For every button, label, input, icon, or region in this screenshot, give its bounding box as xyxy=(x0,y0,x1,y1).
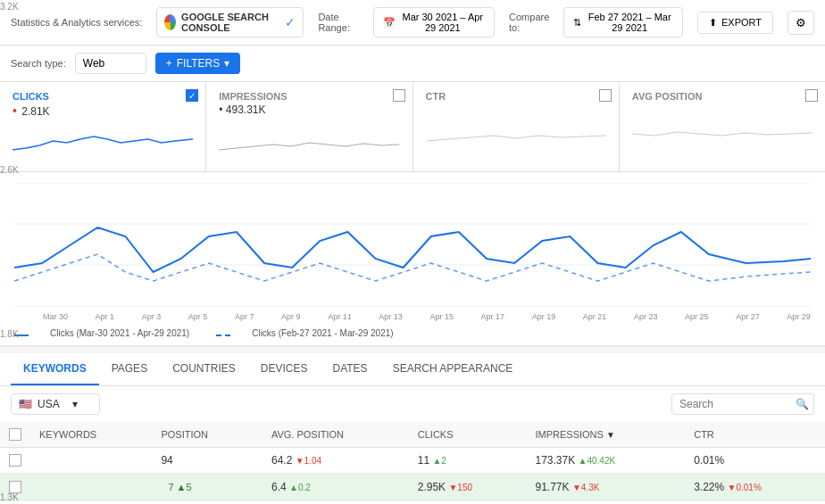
row-avg-position-cell: 6.4 ▲0.2 xyxy=(262,474,409,501)
avg-position-title: AVG POSITION xyxy=(632,91,812,102)
keywords-table: KEYWORDS POSITION AVG. POSITION CLICKS I… xyxy=(0,422,825,504)
table-body: 94 64.2 ▼1.04 11 ▲2 173.37K ▲40.42K 0.01… xyxy=(0,448,825,505)
y-label-2: 1.8K xyxy=(0,329,29,339)
row-ctr-cell: 3.22% ▼0.01% xyxy=(685,474,825,501)
compare-date-button[interactable]: ⇅ Feb 27 2021 – Mar 29 2021 xyxy=(563,7,683,37)
x-label-4: Apr 7 xyxy=(235,312,254,321)
row-keyword-cell xyxy=(30,501,152,505)
avg-position-metric-card: AVG POSITION xyxy=(620,82,825,171)
x-label-11: Apr 21 xyxy=(583,312,607,321)
header-ctr: CTR xyxy=(685,422,825,448)
tab-countries[interactable]: COUNTRIES xyxy=(160,353,248,385)
keyword-search-input[interactable] xyxy=(671,393,814,415)
chart-with-axes: 3.2K 2.6K 1.8K 1.3K xyxy=(14,183,811,310)
header-position: POSITION xyxy=(152,422,262,448)
google-search-console-badge[interactable]: GOOGLE SEARCH CONSOLE ✓ xyxy=(156,7,304,37)
filters-button[interactable]: + FILTERS ▾ xyxy=(155,53,240,74)
service-label: Statistics & Analytics services: xyxy=(11,17,142,28)
row-impressions-cell: 173.37K ▲40.42K xyxy=(527,448,686,474)
row-ctr-cell: 0.68% ▲0.23% xyxy=(685,501,825,505)
dropdown-icon: ▾ xyxy=(72,398,78,410)
date-range-button[interactable]: 📅 Mar 30 2021 – Apr 29 2021 xyxy=(373,7,495,37)
plus-icon: + xyxy=(166,57,172,70)
clicks-title: CLICKS xyxy=(12,91,193,102)
x-label-15: Apr 29 xyxy=(787,312,811,321)
row-position-cell: Not tracked xyxy=(152,501,262,505)
google-logo-icon xyxy=(164,14,176,30)
y-label-1: 2.6K xyxy=(0,165,29,175)
row-impressions-cell: 91.77K ▼4.3K xyxy=(527,474,686,501)
service-name: GOOGLE SEARCH CONSOLE xyxy=(181,12,279,33)
ctr-mini-chart xyxy=(426,116,606,152)
search-wrap: 🔍 xyxy=(671,393,814,415)
x-label-8: Apr 15 xyxy=(429,312,454,321)
x-label-1: Apr 1 xyxy=(96,312,115,321)
impressions-checkbox[interactable] xyxy=(393,89,405,102)
tab-pages[interactable]: PAGES xyxy=(99,353,160,385)
chart-legend: Clicks (Mar-30 2021 - Apr-29 2021) Click… xyxy=(14,328,811,338)
table-row: Not tracked 9.9 ▲0.38 212 ▲57 31.36K ▼3.… xyxy=(0,501,825,505)
x-label-10: Apr 19 xyxy=(532,312,556,321)
top-bar: Statistics & Analytics services: GOOGLE … xyxy=(0,0,825,45)
impressions-metric-card: IMPRESSIONS • 493.31K xyxy=(206,82,412,171)
impressions-change: ▲40.42K xyxy=(579,456,616,466)
filter-dropdown-icon: ▾ xyxy=(224,57,229,70)
avg-position-checkbox[interactable] xyxy=(805,89,818,102)
clicks-value: • 2.81K xyxy=(12,103,193,118)
impressions-sort-icon: ▼ xyxy=(606,430,615,440)
export-icon: ⬆ xyxy=(709,17,717,29)
tab-devices[interactable]: DEVICES xyxy=(248,353,321,385)
main-chart-container: 3.2K 2.6K 1.8K 1.3K Mar 30 Apr 1 Apr 3 A… xyxy=(0,172,825,346)
filter-bar: Search type: Web + FILTERS ▾ xyxy=(0,45,825,82)
compare-date-value: Feb 27 2021 – Mar 29 2021 xyxy=(586,12,673,33)
avg-position-change: ▲0.2 xyxy=(289,483,311,492)
settings-button[interactable]: ⚙ xyxy=(788,11,814,35)
x-label-2: Apr 3 xyxy=(142,312,162,321)
table-row: 94 64.2 ▼1.04 11 ▲2 173.37K ▲40.42K 0.01… xyxy=(0,448,825,474)
clicks-change: ▲2 xyxy=(432,456,446,466)
y-label-3: 1.3K xyxy=(0,492,29,502)
search-type-select[interactable]: Web xyxy=(75,53,146,74)
table-row: 7 ▲5 6.4 ▲0.2 2.95K ▼150 91.77K ▼4.3K 3.… xyxy=(0,474,825,501)
row-avg-position-cell: 64.2 ▼1.04 xyxy=(262,448,409,474)
legend-dashed-label: Clicks (Feb-27 2021 - Mar-29 2021) xyxy=(252,328,393,338)
impressions-title: IMPRESSIONS xyxy=(219,91,399,102)
header-clicks: CLICKS xyxy=(409,422,527,448)
tabs-row: KEYWORDS PAGES COUNTRIES DEVICES DATES S… xyxy=(0,353,825,386)
row-clicks-cell: 11 ▲2 xyxy=(409,448,527,474)
compare-label: Compare to: xyxy=(509,12,549,33)
header-impressions[interactable]: IMPRESSIONS ▼ xyxy=(527,422,686,448)
row-keyword-cell xyxy=(30,448,152,474)
search-icon: 🔍 xyxy=(796,398,809,410)
ctr-title: CTR xyxy=(426,91,606,102)
gear-icon: ⚙ xyxy=(796,16,806,29)
header-avg-position: AVG. POSITION xyxy=(262,422,409,448)
x-label-13: Apr 25 xyxy=(685,312,709,321)
tab-search-appearance[interactable]: SEARCH APPEARANCE xyxy=(380,353,526,385)
x-label-3: Apr 5 xyxy=(188,312,208,321)
row-position-cell: 7 ▲5 xyxy=(152,474,262,501)
x-label-7: Apr 13 xyxy=(379,312,403,321)
y-label-0: 3.2K xyxy=(0,2,29,12)
clicks-checkbox[interactable]: ✓ xyxy=(186,89,198,102)
impressions-mini-chart xyxy=(219,121,399,157)
avg-position-change: ▼1.04 xyxy=(296,456,321,466)
x-label-14: Apr 27 xyxy=(736,312,760,321)
clicks-change: ▼150 xyxy=(448,483,472,492)
checkmark-icon: ✓ xyxy=(285,15,296,29)
row-ctr-cell: 0.01% xyxy=(685,448,825,474)
export-button[interactable]: ⬆ EXPORT xyxy=(697,12,773,34)
impressions-change: ▼4.3K xyxy=(572,483,599,492)
ctr-checkbox[interactable] xyxy=(599,89,612,102)
ctr-label: CTR xyxy=(426,91,446,102)
row-impressions-cell: 31.36K ▼3.03K xyxy=(527,501,686,505)
table-header-row: KEYWORDS POSITION AVG. POSITION CLICKS I… xyxy=(0,422,825,448)
x-label-9: Apr 17 xyxy=(481,312,505,321)
impressions-value: • 493.31K xyxy=(219,103,399,116)
tab-dates[interactable]: DATES xyxy=(321,353,380,385)
x-label-6: Apr 11 xyxy=(328,312,352,321)
x-label-5: Apr 9 xyxy=(281,312,301,321)
row-clicks-cell: 2.95K ▼150 xyxy=(409,474,527,501)
position-badge: 7 ▲5 xyxy=(161,480,198,494)
impressions-label: IMPRESSIONS xyxy=(219,91,287,102)
